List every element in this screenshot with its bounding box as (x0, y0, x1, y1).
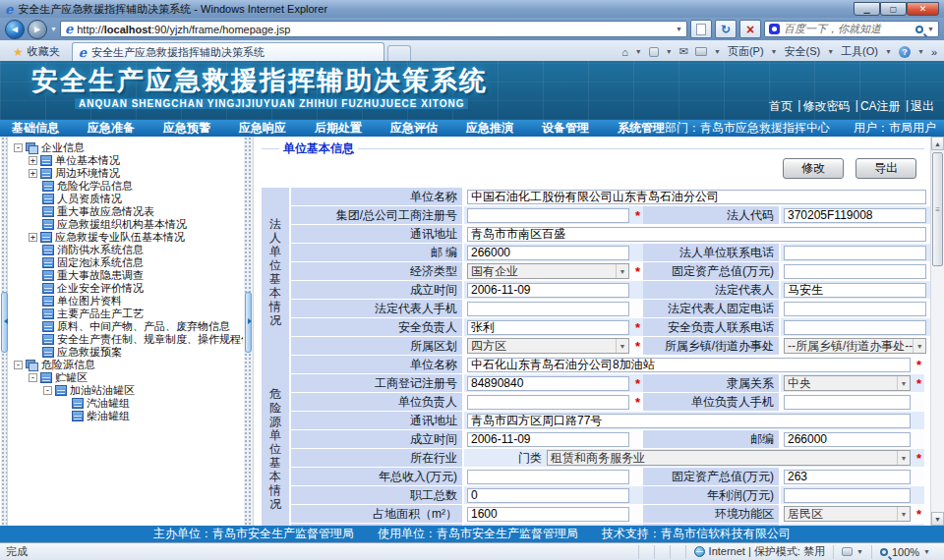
chevron-down-icon[interactable]: ▼ (616, 339, 628, 353)
back-button[interactable]: ◄ (5, 20, 25, 39)
header-link-2[interactable]: 修改密码 (802, 98, 850, 115)
text-input[interactable] (467, 320, 629, 335)
tree-item-label[interactable]: 汽油罐组 (87, 397, 130, 410)
minimize-button[interactable]: ▁ (854, 2, 880, 16)
menu-item[interactable]: 基础信息 (12, 120, 59, 137)
menu-item[interactable]: 应急预警 (163, 120, 210, 137)
menu-item[interactable]: 应急推演 (466, 120, 513, 137)
menu-item[interactable]: 系统管理 (618, 120, 665, 137)
new-tab-button[interactable] (387, 45, 411, 61)
tree-item-label[interactable]: 人员资质情况 (57, 193, 122, 205)
text-input[interactable] (784, 395, 911, 410)
text-input[interactable] (467, 302, 629, 316)
text-input[interactable] (784, 264, 926, 279)
tree-item-label[interactable]: 周边环境情况 (55, 167, 120, 180)
text-input[interactable] (784, 208, 926, 223)
chevron-down-icon[interactable]: ▼ (897, 376, 910, 390)
tree-item-label[interactable]: 应急救援组织机构基本情况 (57, 218, 187, 231)
tree-item-label[interactable]: 重大事故隐患调查 (57, 269, 144, 282)
export-button[interactable]: 导出 (856, 158, 916, 179)
text-input[interactable] (784, 488, 911, 503)
text-input[interactable] (784, 432, 911, 447)
menu-item[interactable]: 应急准备 (88, 120, 135, 137)
safety-dropdown-icon[interactable]: ▼ (827, 48, 834, 55)
text-input[interactable] (467, 470, 629, 484)
header-link-1[interactable]: 首页 (769, 98, 793, 115)
tree-item-label[interactable]: 安全生产责任制、规章制度、操作规程信息 (57, 333, 243, 346)
tree-item-label[interactable]: 单位图片资料 (57, 295, 122, 308)
collapse-icon[interactable]: - (14, 361, 23, 369)
feeds-dropdown-icon[interactable]: ▼ (666, 48, 673, 55)
text-input[interactable] (467, 190, 926, 204)
select-input[interactable]: 居民区▼ (784, 506, 911, 522)
text-input[interactable] (467, 488, 629, 503)
chevron-more-icon[interactable]: » (931, 46, 937, 58)
stop-button[interactable]: × (739, 20, 761, 38)
menu-item[interactable]: 应急评估 (390, 120, 438, 137)
url-dropdown-icon[interactable]: ▼ (676, 26, 682, 32)
text-input[interactable] (467, 376, 629, 391)
active-tab[interactable]: e 安全生产应急救援指挥辅助决策系统 (72, 42, 384, 61)
tree-item-label[interactable]: 主要产品生产工艺 (57, 308, 144, 320)
expand-icon[interactable]: + (29, 169, 37, 178)
text-input[interactable] (784, 283, 926, 298)
help-icon[interactable]: ? (899, 46, 911, 58)
text-input[interactable] (784, 320, 926, 335)
text-input[interactable] (784, 470, 911, 484)
chevron-down-icon[interactable]: ▼ (616, 264, 628, 278)
close-button[interactable]: ✕ (907, 2, 939, 16)
text-input[interactable] (467, 432, 629, 447)
scrollbar-thumb[interactable]: ≡ (932, 152, 943, 266)
tree-splitter[interactable] (243, 137, 254, 526)
header-link-3[interactable]: CA注册 (860, 98, 901, 115)
text-input[interactable] (467, 358, 911, 372)
home-dropdown-icon[interactable]: ▼ (635, 48, 642, 55)
search-box[interactable]: 百度一下，你就知道 ▼ (764, 21, 939, 37)
expand-icon[interactable]: + (29, 233, 37, 242)
tree-item-label[interactable]: 固定泡沫系统信息 (57, 256, 144, 269)
scrollbar-track[interactable]: ≡ (931, 150, 944, 512)
history-dropdown-icon[interactable]: ▼ (50, 26, 57, 32)
compatibility-view-button[interactable] (690, 20, 712, 38)
chevron-down-icon[interactable]: ▼ (913, 339, 925, 353)
tree-item-label[interactable]: 柴油罐组 (87, 410, 130, 422)
tree-item-label[interactable]: 单位基本情况 (55, 154, 120, 167)
home-icon[interactable]: ⌂ (621, 46, 628, 58)
tree-collapse-handle[interactable] (245, 292, 252, 353)
collapse-icon[interactable]: - (43, 386, 52, 395)
search-icon[interactable] (915, 26, 923, 33)
tree-item-label[interactable]: 原料、中间产物、产品、废弃物信息 (57, 320, 230, 333)
tree-item-label[interactable]: 贮罐区 (55, 371, 88, 384)
text-input[interactable] (784, 246, 926, 260)
safety-menu[interactable]: 安全(S) (785, 44, 821, 59)
text-input[interactable] (467, 246, 629, 260)
page-menu[interactable]: 页面(P) (728, 44, 764, 59)
left-splitter[interactable] (0, 137, 8, 526)
select-input[interactable]: 中央▼ (784, 375, 911, 391)
collapse-icon[interactable]: - (14, 143, 23, 152)
text-input[interactable] (467, 414, 911, 428)
url-field[interactable]: e http://localhost:90/yjzh/frame/homepag… (60, 21, 687, 37)
filter-segment[interactable]: ▼ (833, 545, 871, 559)
page-dropdown-icon[interactable]: ▼ (771, 48, 778, 55)
chevron-down-icon[interactable]: ▼ (897, 507, 910, 521)
forward-button[interactable]: ► (28, 20, 47, 39)
vertical-scrollbar[interactable]: ▲ ≡ ▼ (930, 137, 944, 526)
text-input[interactable] (467, 227, 926, 242)
text-input[interactable] (467, 283, 629, 298)
tree-item-label[interactable]: 危险化学品信息 (57, 180, 133, 193)
tree-item-label[interactable]: 危险源信息 (41, 359, 95, 371)
text-input[interactable] (467, 208, 629, 223)
print-dropdown-icon[interactable]: ▼ (714, 48, 721, 55)
help-dropdown-icon[interactable]: ▼ (917, 48, 924, 55)
select-input[interactable]: 国有企业▼ (467, 263, 629, 279)
scroll-up-arrow[interactable]: ▲ (931, 137, 944, 150)
search-dropdown-icon[interactable]: ▼ (927, 26, 934, 32)
left-collapse-handle[interactable] (1, 292, 8, 353)
feeds-icon[interactable] (649, 47, 659, 57)
tools-dropdown-icon[interactable]: ▼ (885, 48, 892, 55)
text-input[interactable] (467, 395, 629, 410)
zoom-segment[interactable]: 100% ▼ (871, 545, 938, 559)
select-input[interactable]: 租赁和商务服务业▼ (547, 450, 911, 466)
tools-menu[interactable]: 工具(O) (841, 44, 878, 59)
